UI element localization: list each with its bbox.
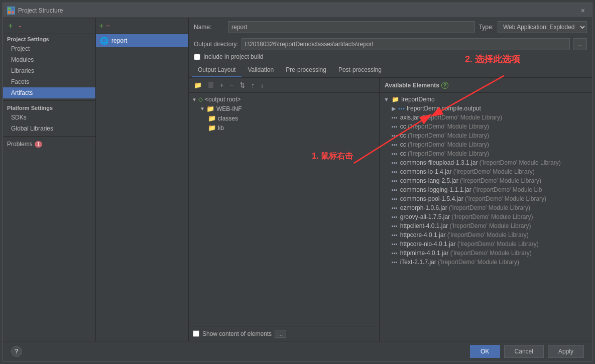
folder-icon-classes: 📁 <box>208 114 216 122</box>
output-layout-panel: 📁 ☰ + − ⇅ ↑ ↓ ▼ ◇ <output root> <box>189 78 380 341</box>
avail-folder-icon-0: 📁 <box>392 96 399 103</box>
available-panel: Available Elements ? ▼ 📁 IreportDemo <box>380 78 592 341</box>
show-content-checkbox[interactable] <box>193 330 199 337</box>
available-title: Available Elements <box>385 82 439 89</box>
sidebar-add-btn[interactable]: + <box>6 21 15 32</box>
toolbar-folder-btn[interactable]: 📁 <box>192 80 204 90</box>
sidebar-item-facets[interactable]: Facets <box>3 76 95 87</box>
tree-item-classes[interactable]: 📁 classes <box>189 113 379 123</box>
tab-pre-processing[interactable]: Pre-processing <box>280 63 332 77</box>
artifact-toolbar: + − <box>96 18 188 34</box>
toolbar-add-btn[interactable]: + <box>218 80 226 90</box>
tree-item-root[interactable]: ▼ ◇ <output root> <box>189 95 379 104</box>
folder-icon-lib: 📁 <box>208 124 216 132</box>
include-checkbox[interactable] <box>194 54 200 60</box>
avail-label-0: IreportDemo <box>401 96 435 103</box>
sidebar-item-modules[interactable]: Modules <box>3 54 95 65</box>
sidebar-remove-btn[interactable]: - <box>17 21 23 32</box>
sidebar-problems[interactable]: Problems 1 <box>3 139 95 150</box>
svg-rect-2 <box>8 11 11 14</box>
avail-jar-icon-axis: ▪▪▪ <box>392 114 398 120</box>
avail-item-httpmime[interactable]: ▪▪▪ httpmime-4.0.1.jar ('IreportDemo' Mo… <box>380 249 592 258</box>
problems-label: Problems <box>7 141 33 148</box>
output-dir-input[interactable] <box>242 38 570 50</box>
sidebar-item-libraries[interactable]: Libraries <box>3 65 95 76</box>
artifact-remove-btn[interactable]: − <box>105 22 110 31</box>
avail-item-compile-output[interactable]: ▶ ▪▪▪ IreportDemo.compile.output <box>380 104 592 113</box>
avail-item-axis[interactable]: ▪▪▪ axis.jar ('IreportDemo' Module Libra… <box>380 113 592 122</box>
tree-item-lib[interactable]: 📁 lib <box>189 123 379 133</box>
ok-button[interactable]: OK <box>470 345 500 358</box>
avail-item-groovy[interactable]: ▪▪▪ groovy-all-1.7.5.jar ('IreportDemo' … <box>380 212 592 221</box>
tab-output-layout[interactable]: Output Layout <box>192 63 242 77</box>
avail-item-commons-lang[interactable]: ▪▪▪ commons-lang-2.5.jar ('IreportDemo' … <box>380 176 592 185</box>
platform-settings-title: Platform Settings <box>3 103 95 112</box>
sidebar-item-project[interactable]: Project <box>3 43 95 54</box>
tab-post-processing[interactable]: Post-processing <box>332 63 388 77</box>
output-dir-row: Output directory: ... <box>189 36 592 52</box>
tab-validation[interactable]: Validation <box>242 63 280 77</box>
name-input[interactable] <box>228 21 475 33</box>
type-label-text: Type: <box>479 24 494 31</box>
artifact-item-report[interactable]: 🌐 report <box>96 34 188 47</box>
problems-badge: 1 <box>35 141 43 148</box>
project-structure-dialog: Project Structure × + - Project Settings… <box>3 3 592 361</box>
sidebar-divider <box>3 100 95 101</box>
available-header: Available Elements ? <box>380 78 592 93</box>
artifact-add-btn[interactable]: + <box>99 22 103 31</box>
avail-item-httpcore[interactable]: ▪▪▪ httpcore-4.0.1.jar ('IreportDemo' Mo… <box>380 230 592 239</box>
sidebar-item-global-libraries[interactable]: Global Libraries <box>3 123 95 134</box>
output-dir-label: Output directory: <box>194 41 239 48</box>
bottom-bar: Show content of elements ... <box>189 326 379 341</box>
sidebar-toolbar: + - <box>3 18 95 34</box>
project-settings-title: Project Settings <box>3 34 95 43</box>
artifact-name: report <box>111 37 127 44</box>
type-select[interactable]: Web Application: Exploded <box>498 21 587 33</box>
artifact-list-panel: + − 🌐 report <box>96 18 189 341</box>
show-content-label[interactable]: Show content of elements <box>202 330 272 337</box>
available-help-icon[interactable]: ? <box>441 82 448 89</box>
folder-icon-webinf: 📁 <box>206 105 214 112</box>
avail-item-httpclient[interactable]: ▪▪▪ httpclient-4.0.1.jar ('IreportDemo' … <box>380 221 592 230</box>
avail-item-cc4[interactable]: ▪▪▪ cc ('IreportDemo' Module Library) <box>380 149 592 158</box>
avail-item-cc3[interactable]: ▪▪▪ cc ('IreportDemo' Module Library) <box>380 140 592 149</box>
output-dir-browse-btn[interactable]: ... <box>573 38 587 50</box>
avail-item-cc2[interactable]: ▪▪▪ cc ('IreportDemo' Module Library) <box>380 131 592 140</box>
avail-item-commons-logging[interactable]: ▪▪▪ commons-logging-1.1.1.jar ('IreportD… <box>380 185 592 194</box>
avail-item-commons-io[interactable]: ▪▪▪ commons-io-1.4.jar ('IreportDemo' Mo… <box>380 167 592 176</box>
avail-item-ezmorph[interactable]: ▪▪▪ ezmorph-1.0.6.jar ('IreportDemo' Mod… <box>380 203 592 212</box>
avail-item-cc1[interactable]: ▪▪▪ cc ('IreportDemo' Module Library) <box>380 122 592 131</box>
output-tree: ▼ ◇ <output root> ▼ 📁 WEB-INF 📁 <box>189 93 379 326</box>
toolbar-list-btn[interactable]: ☰ <box>206 80 216 90</box>
apply-button[interactable]: Apply <box>548 345 584 358</box>
artifact-content-area: 📁 ☰ + − ⇅ ↑ ↓ ▼ ◇ <output root> <box>189 78 592 341</box>
sidebar: + - Project Settings Project Modules Lib… <box>3 18 96 341</box>
sidebar-item-sdks[interactable]: SDKs <box>3 112 95 123</box>
include-label[interactable]: Include in project build <box>203 53 263 60</box>
dialog-title: Project Structure <box>18 7 578 14</box>
toolbar-sort-btn[interactable]: ⇅ <box>237 80 247 90</box>
avail-item-ireportdemo[interactable]: ▼ 📁 IreportDemo <box>380 95 592 104</box>
app-icon <box>7 7 15 15</box>
tree-label-classes: classes <box>218 115 238 122</box>
avail-item-httpcore-nio[interactable]: ▪▪▪ httpcore-nio-4.0.1.jar ('IreportDemo… <box>380 239 592 249</box>
toolbar-up-btn[interactable]: ↑ <box>249 80 257 90</box>
tree-item-webinf[interactable]: ▼ 📁 WEB-INF <box>189 104 379 113</box>
cancel-button[interactable]: Cancel <box>504 345 544 358</box>
close-button[interactable]: × <box>578 6 588 16</box>
avail-pkg-icon-1: ▪▪▪ <box>398 105 405 112</box>
tree-label-lib: lib <box>218 125 224 132</box>
tabs-bar: Output Layout Validation Pre-processing … <box>189 63 592 78</box>
dialog-footer: ? OK Cancel Apply <box>3 341 592 361</box>
avail-item-itext[interactable]: ▪▪▪ iText-2.1.7.jar ('IreportDemo' Modul… <box>380 258 592 267</box>
help-button[interactable]: ? <box>11 346 22 357</box>
name-label: Name: <box>194 24 224 31</box>
avail-item-commons-fileupload[interactable]: ▪▪▪ commons-fileupload-1.3.1.jar ('Irepo… <box>380 158 592 167</box>
config-panel: Name: Type: Web Application: Exploded Ou… <box>189 18 592 341</box>
toolbar-minus-btn[interactable]: − <box>228 80 236 90</box>
toolbar-down-btn[interactable]: ↓ <box>259 80 266 90</box>
avail-item-commons-pool[interactable]: ▪▪▪ commons-pool-1.5.4.jar ('IreportDemo… <box>380 194 592 203</box>
content-dots-btn[interactable]: ... <box>275 330 286 338</box>
sidebar-item-artifacts[interactable]: Artifacts <box>3 87 95 98</box>
tree-arrow-webinf: ▼ <box>200 106 205 111</box>
